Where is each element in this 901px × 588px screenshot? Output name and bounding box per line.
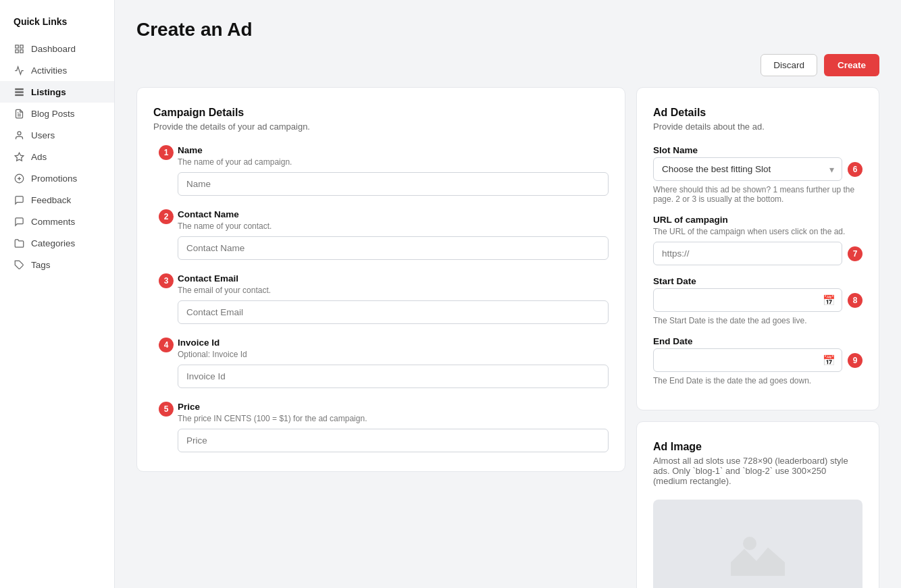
url-desc: The URL of the campaign when users click… [653,227,863,236]
step-badge-7: 7 [848,246,863,261]
sidebar-item-feedback[interactable]: Feedback [0,189,114,211]
price-input[interactable] [178,429,609,452]
create-button[interactable]: Create [824,54,879,76]
feedback-icon [14,194,24,205]
sidebar-label-categories: Categories [31,238,75,248]
contact-email-desc: The email of your contact. [178,286,609,295]
price-label: Price [178,402,609,412]
step-badge-2: 2 [159,209,174,224]
sidebar-label-dashboard: Dashboard [31,44,76,54]
svg-rect-2 [15,49,18,52]
sidebar-item-users[interactable]: Users [0,124,114,146]
sidebar-item-ads[interactable]: Ads [0,146,114,167]
svg-rect-1 [20,45,22,47]
step-badge-5: 5 [159,402,174,417]
sidebar-item-comments[interactable]: Comments [0,211,114,232]
slot-name-label: Slot Name [653,145,863,155]
name-desc: The name of your ad campaign. [178,157,609,167]
svg-marker-10 [15,153,24,161]
sidebar-item-promotions[interactable]: Promotions [0,167,114,189]
step-badge-8: 8 [848,293,863,308]
forms-row: Campaign Details Provide the details of … [136,87,879,588]
campaign-details-card: Campaign Details Provide the details of … [136,87,625,472]
page-title: Create an Ad [136,19,879,41]
sidebar-label-activities: Activities [31,65,67,76]
list-icon [14,86,24,97]
start-date-label: Start Date [653,276,863,286]
sidebar-item-categories[interactable]: Categories [0,232,114,254]
step-badge-1: 1 [159,145,174,160]
url-input[interactable] [653,242,842,265]
price-desc: The price IN CENTS (100 = $1) for the ad… [178,414,609,423]
promotions-icon [14,173,24,184]
ad-details-card: Ad Details Provide details about the ad.… [636,87,879,410]
contact-name-desc: The name of your contact. [178,221,609,231]
sidebar-item-blog-posts[interactable]: Blog Posts [0,103,114,124]
sidebar-label-comments: Comments [31,217,75,227]
invoice-id-desc: Optional: Invoice Id [178,350,609,359]
url-label: URL of campagin [653,215,863,225]
svg-point-9 [18,131,21,134]
ad-image-title: Ad Image [653,441,863,453]
campaign-details-title: Campaign Details [153,107,609,119]
sidebar-item-listings[interactable]: Listings [0,81,114,103]
sidebar-item-tags[interactable]: Tags [0,254,114,275]
step-badge-3: 3 [159,273,174,288]
sidebar-item-dashboard[interactable]: Dashboard [0,38,114,59]
comments-icon [14,216,24,227]
svg-rect-0 [15,45,18,47]
svg-rect-5 [15,91,22,92]
slot-name-select[interactable]: Choose the best fitting Slot Slot 1 Slot… [653,157,842,181]
sidebar-title: Quick Links [0,16,114,38]
contact-name-label: Contact Name [178,209,609,219]
image-placeholder [653,500,863,588]
activity-icon [14,65,24,76]
contact-name-input[interactable] [178,236,609,260]
end-date-input[interactable]: July 31, 2024 [653,348,842,372]
categories-icon [14,238,24,248]
slot-name-desc: Where should this ad be shown? 1 means f… [653,185,863,204]
svg-rect-6 [15,95,22,95]
sidebar-label-listings: Listings [31,87,66,97]
invoice-id-input[interactable] [178,365,609,388]
discard-button[interactable]: Discard [761,54,817,76]
tags-icon [14,259,24,270]
name-label: Name [178,145,609,155]
campaign-details-subtitle: Provide the details of your ad campaign. [153,122,609,132]
file-text-icon [14,108,24,119]
sidebar-label-feedback: Feedback [31,195,71,205]
contact-email-input[interactable] [178,300,609,324]
name-input[interactable] [178,172,609,196]
main-content: Create an Ad Discard Create Campaign Det… [115,0,901,588]
sidebar-label-ads: Ads [31,152,47,162]
svg-point-15 [743,537,756,550]
svg-rect-3 [20,49,22,52]
step-badge-4: 4 [159,338,174,352]
ad-details-title: Ad Details [653,107,863,119]
invoice-id-label: Invoice Id [178,338,609,348]
sidebar-label-users: Users [31,130,55,140]
start-date-desc: The Start Date is the date the ad goes l… [653,316,863,325]
grid-icon [14,43,24,54]
ads-icon [14,151,24,162]
ad-details-subtitle: Provide details about the ad. [653,122,863,132]
contact-email-label: Contact Email [178,273,609,284]
sidebar: Quick Links Dashboard Activities Listing… [0,0,115,588]
sidebar-item-activities[interactable]: Activities [0,59,114,81]
end-date-desc: The End Date is the date the ad goes dow… [653,376,863,385]
ad-image-card: Ad Image Almost all ad slots use 728×90 … [636,421,879,588]
sidebar-label-promotions: Promotions [31,173,77,184]
step-badge-6: 6 [848,162,863,177]
svg-rect-4 [15,88,22,89]
ad-image-desc: Almost all ad slots use 728×90 (leaderbo… [653,456,863,486]
top-actions: Discard Create [136,54,879,76]
sidebar-label-blog-posts: Blog Posts [31,109,75,119]
step-badge-9: 9 [848,353,863,368]
user-icon [14,130,24,140]
right-column: Ad Details Provide details about the ad.… [636,87,879,588]
sidebar-label-tags: Tags [31,260,51,270]
start-date-input[interactable]: July 31, 2024 [653,288,842,312]
end-date-label: End Date [653,336,863,346]
